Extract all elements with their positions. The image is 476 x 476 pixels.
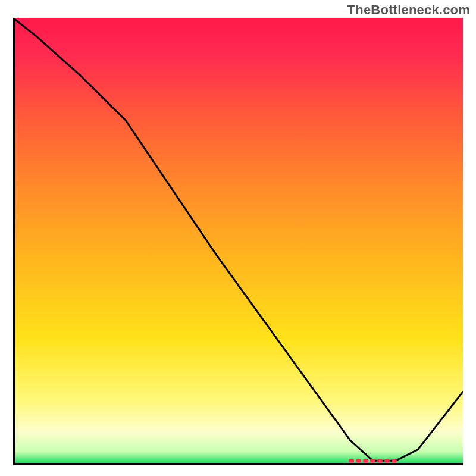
plot-area	[13, 18, 463, 463]
y-axis	[13, 18, 15, 463]
heat-gradient-background	[13, 18, 463, 463]
x-axis	[13, 463, 463, 465]
plot-svg	[13, 18, 463, 463]
attribution-label: TheBottleneck.com	[347, 2, 470, 18]
chart-frame: TheBottleneck.com	[0, 0, 476, 476]
